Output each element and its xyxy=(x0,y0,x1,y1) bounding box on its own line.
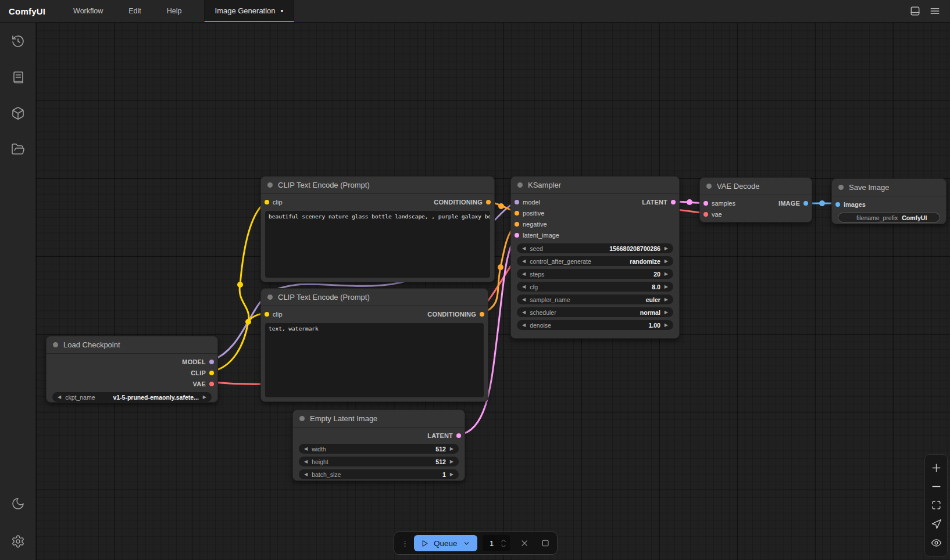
increment-arrow-icon[interactable]: ▶ xyxy=(665,297,668,302)
widget-control-after-generate[interactable]: ◀ control_after_generate randomize ▶ xyxy=(517,256,673,266)
slot-dot-image[interactable] xyxy=(803,201,808,206)
widget-sampler-name[interactable]: ◀ sampler_name euler ▶ xyxy=(517,295,673,304)
decrement-arrow-icon[interactable]: ◀ xyxy=(522,259,526,264)
collapse-dot-icon[interactable] xyxy=(53,342,58,347)
slot-dot-latent[interactable] xyxy=(703,201,708,206)
decrement-arrow-icon[interactable]: ◀ xyxy=(304,460,308,464)
slot-dot-image[interactable] xyxy=(835,202,840,207)
node-empty-latent-image[interactable]: Empty Latent Image LATENT ◀ width 512 ▶ … xyxy=(292,410,465,481)
node-header[interactable]: Load Checkpoint xyxy=(47,336,217,354)
output-slot-clip[interactable]: CLIP xyxy=(191,369,214,376)
input-slot-positive[interactable]: positive xyxy=(515,210,544,217)
input-slot-images[interactable]: images xyxy=(835,201,866,208)
node-header[interactable]: VAE Decode xyxy=(700,178,812,195)
node-header[interactable]: CLIP Text Encode (Prompt) xyxy=(261,289,488,306)
settings-gear-icon[interactable] xyxy=(11,534,25,548)
slot-dot-vae[interactable] xyxy=(209,382,214,386)
decrement-arrow-icon[interactable]: ◀ xyxy=(58,395,61,400)
output-slot-image[interactable]: IMAGE xyxy=(778,200,808,207)
prompt-textarea[interactable]: beautiful scenery nature glass bottle la… xyxy=(265,211,490,278)
zoom-in-icon[interactable] xyxy=(931,462,942,473)
drag-handle-icon[interactable]: ⋮ xyxy=(401,540,409,547)
output-slot-conditioning[interactable]: CONDITIONING xyxy=(427,311,484,318)
output-slot-model[interactable]: MODEL xyxy=(182,358,214,365)
batch-count-input[interactable]: 1 xyxy=(483,535,510,551)
node-header[interactable]: Save Image xyxy=(832,179,946,196)
graph-canvas[interactable] xyxy=(36,23,950,560)
increment-arrow-icon[interactable]: ▶ xyxy=(665,285,668,289)
increment-arrow-icon[interactable]: ▶ xyxy=(203,395,206,400)
workflow-tab[interactable]: Image Generation ● xyxy=(204,0,295,22)
menu-help[interactable]: Help xyxy=(154,7,195,15)
increment-arrow-icon[interactable]: ▶ xyxy=(665,246,668,251)
slot-dot-clip[interactable] xyxy=(209,371,214,375)
prompt-textarea[interactable]: text, watermark xyxy=(265,323,484,397)
input-slot-latent-image[interactable]: latent_image xyxy=(515,232,559,239)
node-clip-text-encode-positive[interactable]: CLIP Text Encode (Prompt) clip CONDITION… xyxy=(260,176,495,282)
increment-arrow-icon[interactable]: ▶ xyxy=(450,472,453,477)
node-clip-text-encode-negative[interactable]: CLIP Text Encode (Prompt) clip CONDITION… xyxy=(260,288,488,402)
model-library-icon[interactable] xyxy=(11,106,25,120)
widget-denoise[interactable]: ◀ denoise 1.00 ▶ xyxy=(517,320,673,330)
node-header[interactable]: Empty Latent Image xyxy=(293,410,465,428)
widget-scheduler[interactable]: ◀ scheduler normal ▶ xyxy=(517,307,673,317)
decrement-arrow-icon[interactable]: ◀ xyxy=(304,447,308,451)
count-steppers[interactable] xyxy=(501,539,506,548)
increment-arrow-icon[interactable]: ▶ xyxy=(450,460,453,464)
input-slot-samples[interactable]: samples xyxy=(703,200,735,207)
hamburger-menu-icon[interactable] xyxy=(929,5,941,17)
widget-cfg[interactable]: ◀ cfg 8.0 ▶ xyxy=(517,282,673,292)
slot-dot-latent[interactable] xyxy=(456,433,461,438)
output-slot-latent[interactable]: LATENT xyxy=(427,432,461,439)
collapse-dot-icon[interactable] xyxy=(267,295,273,300)
slot-dot-clip[interactable] xyxy=(265,312,269,317)
toggle-link-visibility-eye-icon[interactable] xyxy=(931,537,942,548)
collapse-dot-icon[interactable] xyxy=(517,182,523,188)
collapse-dot-icon[interactable] xyxy=(267,182,273,188)
decrement-arrow-icon[interactable]: ◀ xyxy=(522,246,526,251)
output-slot-latent[interactable]: LATENT xyxy=(642,199,676,206)
decrement-arrow-icon[interactable]: ◀ xyxy=(522,297,526,302)
increment-arrow-icon[interactable]: ▶ xyxy=(665,272,668,277)
slot-dot-conditioning[interactable] xyxy=(480,312,484,317)
output-slot-conditioning[interactable]: CONDITIONING xyxy=(434,199,491,206)
collapse-dot-icon[interactable] xyxy=(706,184,712,189)
zoom-out-icon[interactable] xyxy=(931,481,942,492)
menu-workflow[interactable]: Workflow xyxy=(60,7,116,15)
input-slot-clip[interactable]: clip xyxy=(265,311,283,318)
widget-filename-prefix[interactable]: filename_prefix ComfyUI xyxy=(838,213,940,222)
increment-arrow-icon[interactable]: ▶ xyxy=(665,310,668,315)
input-slot-negative[interactable]: negative xyxy=(515,221,547,228)
queue-button[interactable]: Queue xyxy=(414,535,477,551)
bottom-panel-toggle-icon[interactable] xyxy=(909,5,921,17)
clear-queue-icon[interactable] xyxy=(520,538,529,548)
input-slot-clip[interactable]: clip xyxy=(265,199,283,206)
slot-dot-model[interactable] xyxy=(209,360,214,364)
widget-ckpt-name[interactable]: ◀ ckpt_name v1-5-pruned-emaonly.safete..… xyxy=(52,392,212,402)
slot-dot-conditioning[interactable] xyxy=(515,211,519,216)
widget-seed[interactable]: ◀ seed 156680208700286 ▶ xyxy=(517,243,673,253)
node-load-checkpoint[interactable]: Load Checkpoint MODEL CLIP VAE xyxy=(46,336,218,403)
node-library-icon[interactable] xyxy=(11,70,25,84)
collapse-dot-icon[interactable] xyxy=(838,185,844,190)
decrement-arrow-icon[interactable]: ◀ xyxy=(522,323,526,328)
decrement-arrow-icon[interactable]: ◀ xyxy=(522,272,526,277)
theme-toggle-moon-icon[interactable] xyxy=(11,497,25,511)
node-ksampler[interactable]: KSampler model LATENT positive xyxy=(510,176,680,339)
node-header[interactable]: CLIP Text Encode (Prompt) xyxy=(261,177,494,194)
node-header[interactable]: KSampler xyxy=(511,177,679,194)
select-mode-arrow-icon[interactable] xyxy=(931,519,942,530)
increment-arrow-icon[interactable]: ▶ xyxy=(450,447,453,451)
slot-dot-vae[interactable] xyxy=(703,212,708,217)
menu-edit[interactable]: Edit xyxy=(116,7,154,15)
widget-batch-size[interactable]: ◀ batch_size 1 ▶ xyxy=(299,469,459,479)
output-slot-vae[interactable]: VAE xyxy=(193,380,214,387)
decrement-arrow-icon[interactable]: ◀ xyxy=(304,472,308,477)
workflows-folder-icon[interactable] xyxy=(11,142,25,156)
widget-steps[interactable]: ◀ steps 20 ▶ xyxy=(517,269,673,279)
increment-arrow-icon[interactable]: ▶ xyxy=(665,259,668,264)
decrement-arrow-icon[interactable]: ◀ xyxy=(522,285,526,289)
slot-dot-conditioning[interactable] xyxy=(515,222,519,227)
history-icon[interactable] xyxy=(11,34,25,48)
slot-dot-clip[interactable] xyxy=(265,200,269,204)
